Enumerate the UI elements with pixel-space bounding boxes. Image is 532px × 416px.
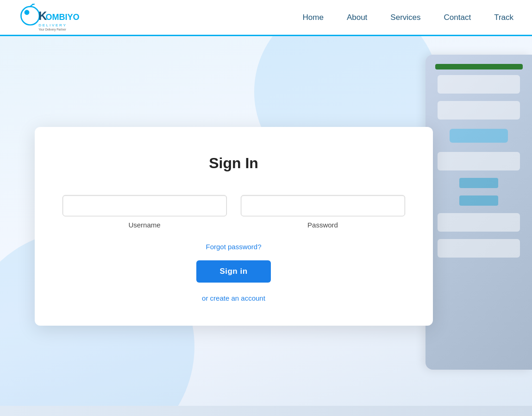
signin-button[interactable]: Sign in — [196, 260, 270, 283]
nav-about[interactable]: About — [347, 13, 367, 22]
forgot-password-link[interactable]: Forgot password? — [206, 243, 261, 251]
password-input[interactable] — [241, 195, 405, 216]
svg-point-1 — [25, 10, 30, 15]
username-label: Username — [128, 221, 160, 229]
create-account-link[interactable]: or create an account — [202, 294, 265, 302]
forgot-password-row: Forgot password? — [63, 243, 405, 251]
nav-contact[interactable]: Contact — [444, 13, 471, 22]
username-input[interactable] — [63, 195, 227, 216]
laptop-block-3 — [438, 152, 520, 170]
form-row: Username Password — [63, 195, 405, 229]
main-content: Sign In Username Password Forgot passwor… — [0, 36, 532, 416]
footer-bar — [0, 406, 532, 416]
navbar: K OMBIYO DELIVERY Your Delivery Partner … — [0, 0, 532, 36]
laptop-decoration — [426, 55, 532, 370]
svg-text:OMBIYO: OMBIYO — [46, 12, 80, 21]
laptop-logo — [450, 129, 508, 143]
svg-point-0 — [21, 6, 39, 25]
nav-track[interactable]: Track — [494, 13, 513, 22]
nav-services[interactable]: Services — [390, 13, 420, 22]
laptop-block-2 — [438, 101, 520, 120]
create-account-row: or create an account — [63, 294, 405, 303]
laptop-btn-1 — [459, 178, 498, 188]
svg-text:Your Delivery Partner: Your Delivery Partner — [38, 28, 66, 32]
logo[interactable]: K OMBIYO DELIVERY Your Delivery Partner — [19, 4, 102, 32]
laptop-block-1 — [438, 75, 520, 94]
laptop-block-4 — [438, 213, 520, 232]
svg-text:DELIVERY: DELIVERY — [38, 23, 67, 27]
laptop-screen — [426, 55, 532, 370]
username-group: Username — [63, 195, 227, 229]
signin-title: Sign In — [63, 155, 405, 172]
password-label: Password — [307, 221, 338, 229]
signin-card: Sign In Username Password Forgot passwor… — [35, 127, 433, 326]
laptop-bar-1 — [435, 64, 523, 69]
password-group: Password — [241, 195, 405, 229]
laptop-block-5 — [438, 239, 520, 258]
nav-links: Home About Services Contact Track — [303, 13, 513, 22]
nav-home[interactable]: Home — [303, 13, 324, 22]
signin-button-row: Sign in — [63, 260, 405, 283]
laptop-btn-2 — [459, 195, 498, 206]
